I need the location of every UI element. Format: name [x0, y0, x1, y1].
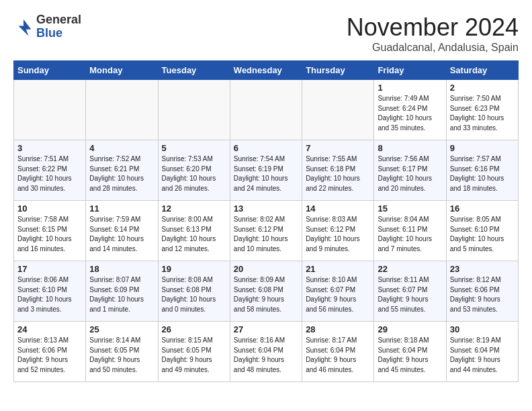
day-number: 28 — [306, 324, 370, 334]
calendar-cell: 17Sunrise: 8:06 AM Sunset: 6:10 PM Dayli… — [14, 261, 86, 322]
day-info: Sunrise: 8:14 AM Sunset: 6:05 PM Dayligh… — [89, 336, 154, 375]
day-number: 26 — [162, 324, 226, 334]
title-block: November 2024 Guadalcanal, Andalusia, Sp… — [347, 13, 519, 54]
calendar-week-2: 3Sunrise: 7:51 AM Sunset: 6:22 PM Daylig… — [14, 140, 519, 201]
calendar-cell: 26Sunrise: 8:15 AM Sunset: 6:05 PM Dayli… — [158, 322, 230, 382]
calendar-cell: 11Sunrise: 7:59 AM Sunset: 6:14 PM Dayli… — [86, 201, 158, 261]
day-info: Sunrise: 8:13 AM Sunset: 6:06 PM Dayligh… — [17, 336, 82, 375]
svg-marker-0 — [19, 19, 32, 36]
calendar-cell — [14, 80, 86, 140]
calendar-cell — [158, 80, 230, 140]
day-number: 11 — [89, 203, 154, 214]
day-info: Sunrise: 7:56 AM Sunset: 6:17 PM Dayligh… — [378, 154, 442, 193]
calendar-cell: 12Sunrise: 8:00 AM Sunset: 6:13 PM Dayli… — [158, 201, 230, 261]
day-number: 8 — [378, 143, 442, 153]
month-title: November 2024 — [347, 13, 519, 42]
calendar-week-5: 24Sunrise: 8:13 AM Sunset: 6:06 PM Dayli… — [14, 322, 519, 382]
page-header: General Blue November 2024 Guadalcanal, … — [13, 13, 519, 54]
calendar-cell: 13Sunrise: 8:02 AM Sunset: 6:12 PM Dayli… — [230, 201, 302, 261]
day-info: Sunrise: 7:51 AM Sunset: 6:22 PM Dayligh… — [17, 154, 82, 193]
day-number: 9 — [450, 143, 515, 153]
calendar-cell: 27Sunrise: 8:16 AM Sunset: 6:04 PM Dayli… — [230, 322, 302, 382]
day-info: Sunrise: 8:04 AM Sunset: 6:11 PM Dayligh… — [378, 215, 442, 254]
day-info: Sunrise: 7:53 AM Sunset: 6:20 PM Dayligh… — [162, 154, 226, 193]
day-info: Sunrise: 8:05 AM Sunset: 6:10 PM Dayligh… — [450, 215, 515, 254]
calendar-cell — [86, 80, 158, 140]
calendar-cell: 23Sunrise: 8:12 AM Sunset: 6:06 PM Dayli… — [446, 261, 518, 322]
calendar-cell — [302, 80, 374, 140]
day-number: 30 — [450, 324, 515, 334]
day-info: Sunrise: 8:06 AM Sunset: 6:10 PM Dayligh… — [17, 275, 82, 314]
day-number: 22 — [378, 264, 442, 274]
calendar-table: SundayMondayTuesdayWednesdayThursdayFrid… — [13, 60, 519, 382]
calendar-cell: 3Sunrise: 7:51 AM Sunset: 6:22 PM Daylig… — [14, 140, 86, 201]
calendar-cell: 7Sunrise: 7:55 AM Sunset: 6:18 PM Daylig… — [302, 140, 374, 201]
day-info: Sunrise: 7:49 AM Sunset: 6:24 PM Dayligh… — [378, 94, 442, 133]
day-number: 27 — [234, 324, 298, 334]
day-info: Sunrise: 8:11 AM Sunset: 6:07 PM Dayligh… — [378, 275, 442, 314]
day-number: 6 — [234, 143, 298, 153]
calendar-cell: 30Sunrise: 8:19 AM Sunset: 6:04 PM Dayli… — [446, 322, 518, 382]
calendar-cell: 19Sunrise: 8:08 AM Sunset: 6:08 PM Dayli… — [158, 261, 230, 322]
day-number: 1 — [378, 83, 442, 93]
day-info: Sunrise: 7:59 AM Sunset: 6:14 PM Dayligh… — [89, 215, 154, 254]
day-number: 23 — [450, 264, 515, 274]
day-number: 19 — [162, 264, 226, 274]
day-info: Sunrise: 8:09 AM Sunset: 6:08 PM Dayligh… — [234, 275, 298, 314]
calendar-cell: 24Sunrise: 8:13 AM Sunset: 6:06 PM Dayli… — [14, 322, 86, 382]
day-number: 25 — [89, 324, 154, 334]
day-number: 3 — [17, 143, 82, 153]
day-number: 21 — [306, 264, 370, 274]
calendar-cell: 14Sunrise: 8:03 AM Sunset: 6:12 PM Dayli… — [302, 201, 374, 261]
day-number: 18 — [89, 264, 154, 274]
calendar-week-4: 17Sunrise: 8:06 AM Sunset: 6:10 PM Dayli… — [14, 261, 519, 322]
calendar-cell: 10Sunrise: 7:58 AM Sunset: 6:15 PM Dayli… — [14, 201, 86, 261]
weekday-header-tuesday: Tuesday — [158, 61, 230, 80]
calendar-cell: 21Sunrise: 8:10 AM Sunset: 6:07 PM Dayli… — [302, 261, 374, 322]
location-text: Guadalcanal, Andalusia, Spain — [347, 42, 519, 54]
calendar-cell: 16Sunrise: 8:05 AM Sunset: 6:10 PM Dayli… — [446, 201, 518, 261]
day-info: Sunrise: 8:03 AM Sunset: 6:12 PM Dayligh… — [306, 215, 370, 254]
calendar-cell: 6Sunrise: 7:54 AM Sunset: 6:19 PM Daylig… — [230, 140, 302, 201]
day-info: Sunrise: 8:12 AM Sunset: 6:06 PM Dayligh… — [450, 275, 515, 314]
weekday-header-row: SundayMondayTuesdayWednesdayThursdayFrid… — [14, 61, 519, 80]
day-info: Sunrise: 8:00 AM Sunset: 6:13 PM Dayligh… — [162, 215, 226, 254]
day-info: Sunrise: 8:02 AM Sunset: 6:12 PM Dayligh… — [234, 215, 298, 254]
day-info: Sunrise: 8:16 AM Sunset: 6:04 PM Dayligh… — [234, 336, 298, 375]
day-info: Sunrise: 8:10 AM Sunset: 6:07 PM Dayligh… — [306, 275, 370, 314]
calendar-cell: 15Sunrise: 8:04 AM Sunset: 6:11 PM Dayli… — [374, 201, 446, 261]
weekday-header-monday: Monday — [86, 61, 158, 80]
weekday-header-thursday: Thursday — [302, 61, 374, 80]
calendar-cell: 2Sunrise: 7:50 AM Sunset: 6:23 PM Daylig… — [446, 80, 518, 140]
day-info: Sunrise: 8:15 AM Sunset: 6:05 PM Dayligh… — [162, 336, 226, 375]
weekday-header-friday: Friday — [374, 61, 446, 80]
calendar-cell: 9Sunrise: 7:57 AM Sunset: 6:16 PM Daylig… — [446, 140, 518, 201]
logo: General Blue — [13, 13, 81, 40]
day-number: 20 — [234, 264, 298, 274]
day-info: Sunrise: 7:54 AM Sunset: 6:19 PM Dayligh… — [234, 154, 298, 193]
day-number: 16 — [450, 203, 515, 214]
day-number: 10 — [17, 203, 82, 214]
day-number: 5 — [162, 143, 226, 153]
day-info: Sunrise: 7:55 AM Sunset: 6:18 PM Dayligh… — [306, 154, 370, 193]
day-number: 29 — [378, 324, 442, 334]
calendar-cell: 8Sunrise: 7:56 AM Sunset: 6:17 PM Daylig… — [374, 140, 446, 201]
day-number: 15 — [378, 203, 442, 214]
weekday-header-saturday: Saturday — [446, 61, 518, 80]
day-info: Sunrise: 7:50 AM Sunset: 6:23 PM Dayligh… — [450, 94, 515, 133]
logo-blue-text: Blue — [36, 27, 81, 40]
day-number: 12 — [162, 203, 226, 214]
day-info: Sunrise: 7:57 AM Sunset: 6:16 PM Dayligh… — [450, 154, 515, 193]
day-number: 4 — [89, 143, 154, 153]
calendar-cell: 25Sunrise: 8:14 AM Sunset: 6:05 PM Dayli… — [86, 322, 158, 382]
day-number: 7 — [306, 143, 370, 153]
day-info: Sunrise: 8:17 AM Sunset: 6:04 PM Dayligh… — [306, 336, 370, 375]
calendar-cell: 4Sunrise: 7:52 AM Sunset: 6:21 PM Daylig… — [86, 140, 158, 201]
logo-general-text: General — [36, 13, 81, 27]
day-number: 17 — [17, 264, 82, 274]
calendar-cell: 22Sunrise: 8:11 AM Sunset: 6:07 PM Dayli… — [374, 261, 446, 322]
day-number: 14 — [306, 203, 370, 214]
calendar-cell: 18Sunrise: 8:07 AM Sunset: 6:09 PM Dayli… — [86, 261, 158, 322]
weekday-header-sunday: Sunday — [14, 61, 86, 80]
day-number: 13 — [234, 203, 298, 214]
